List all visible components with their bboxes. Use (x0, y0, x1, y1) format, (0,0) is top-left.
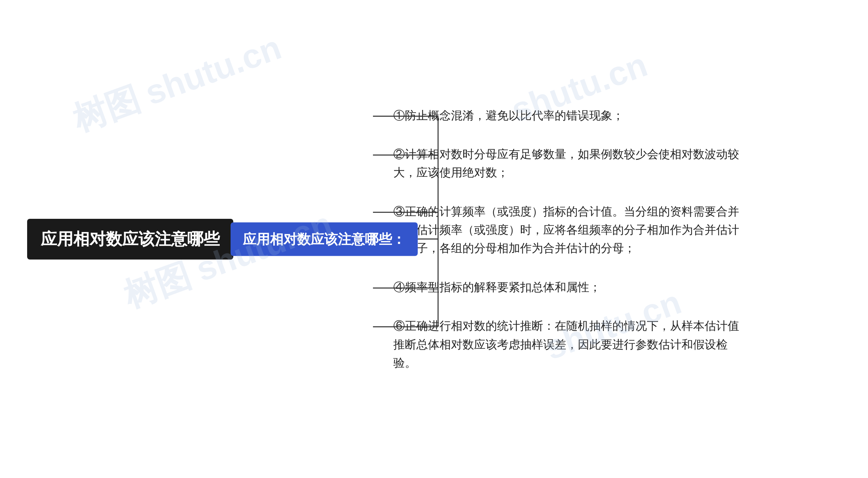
branch-item-1: ①防止概念混淆，避免以比代率的错误现象； (373, 106, 746, 145)
middle-label: 应用相对数应该注意哪些： (243, 231, 406, 246)
watermark-1: 树图 shutu.cn (66, 25, 288, 143)
root-label: 应用相对数应该注意哪些 (41, 230, 220, 248)
branch-text-4: ④频率型指标的解释要紧扣总体和属性； (393, 281, 601, 293)
branch-text-5: ⑥正确进行相对数的统计推断：在随机抽样的情况下，从样本估计值推断总体相对数应该考… (393, 319, 739, 369)
branch-item-4: ④频率型指标的解释要紧扣总体和属性； (373, 278, 746, 317)
branch-text-2: ②计算相对数时分母应有足够数量，如果例数较少会使相对数波动较大，应该使用绝对数； (393, 148, 739, 179)
middle-node: 应用相对数应该注意哪些： (231, 222, 418, 256)
branch-item-3: ③正确的计算频率（或强度）指标的合计值。当分组的资料需要合并起来估计频率（或强度… (373, 202, 746, 278)
branch-text-3: ③正确的计算频率（或强度）指标的合计值。当分组的资料需要合并起来估计频率（或强度… (393, 205, 739, 255)
branch-item-5: ⑥正确进行相对数的统计推断：在随机抽样的情况下，从样本估计值推断总体相对数应该考… (373, 317, 746, 372)
branches-container: ①防止概念混淆，避免以比代率的错误现象； ②计算相对数时分母应有足够数量，如果例… (373, 106, 746, 372)
branch-item-2: ②计算相对数时分母应有足够数量，如果例数较少会使相对数波动较大，应该使用绝对数； (373, 145, 746, 202)
root-node: 应用相对数应该注意哪些 (27, 219, 233, 260)
branch-text-1: ①防止概念混淆，避免以比代率的错误现象； (393, 109, 624, 122)
